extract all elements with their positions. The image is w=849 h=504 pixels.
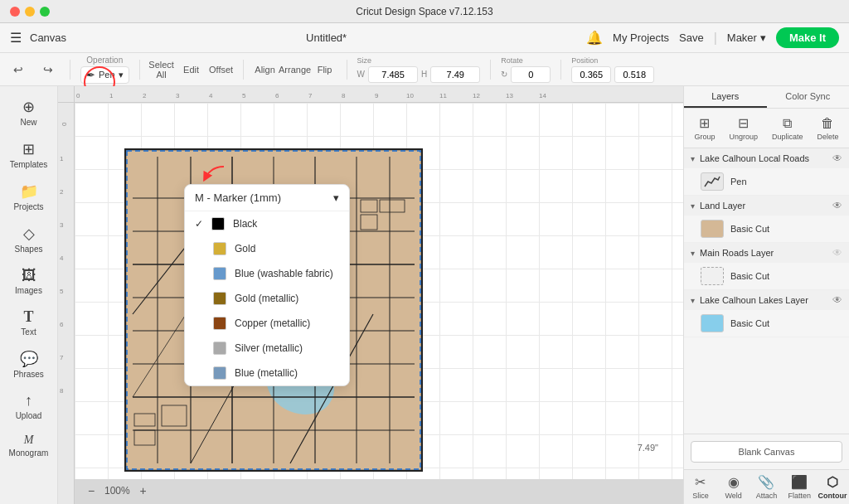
layer-item-land-cut[interactable]: Basic Cut [684, 216, 849, 242]
make-it-button[interactable]: Make It [776, 27, 839, 48]
sidebar-new-label: New [20, 118, 36, 127]
color-dropdown[interactable]: M - Marker (1mm) ▾ ✓ Black Gold Blue (wa… [184, 184, 350, 386]
ruler-top: 0 1 2 3 4 5 6 7 8 9 10 11 12 13 14 [75, 86, 683, 103]
height-input[interactable]: 7.49 [430, 66, 480, 83]
size-inputs: W 7.485 H 7.49 [357, 66, 481, 83]
dropdown-item-black[interactable]: ✓ Black [185, 211, 349, 236]
sidebar-item-monogram[interactable]: M Monogram [4, 429, 54, 463]
sidebar-item-shapes[interactable]: ◇ Shapes [4, 220, 54, 259]
layer-item-main-roads-cut[interactable]: Basic Cut [684, 263, 849, 289]
layer-group-header-lakes[interactable]: ▾ Lake Calhoun Lakes Layer 👁 [684, 290, 849, 310]
layer-group-header-local-roads[interactable]: ▾ Lake Calhoun Local Roads 👁 [684, 148, 849, 168]
slice-tool[interactable]: ✂ Slice [684, 470, 717, 504]
dropdown-item-gold-metallic[interactable]: Gold (metallic) [185, 286, 349, 311]
hamburger-icon[interactable]: ☰ [10, 30, 22, 46]
flip-button[interactable]: Flip [313, 58, 337, 81]
notifications-icon[interactable]: 🔔 [586, 30, 603, 46]
sidebar-item-upload[interactable]: ↑ Upload [4, 387, 54, 425]
flatten-tool[interactable]: ⬛ Flatten [783, 470, 816, 504]
edit-button[interactable]: Edit [180, 58, 203, 81]
eye-icon-land[interactable]: 👁 [832, 200, 842, 211]
redo-button[interactable]: ↪ [36, 58, 60, 81]
chevron-down-icon: ▾ [333, 191, 339, 204]
arrange-button[interactable]: Arrange [284, 58, 307, 81]
maximize-button[interactable] [40, 7, 50, 17]
layer-item-lakes-cut[interactable]: Basic Cut [684, 310, 849, 337]
group-label: Group [694, 133, 715, 141]
minimize-button[interactable] [25, 7, 35, 17]
duplicate-label: Duplicate [772, 133, 803, 141]
sidebar-item-projects[interactable]: 📁 Projects [4, 177, 54, 216]
align-button[interactable]: Align [254, 58, 277, 81]
svg-text:7: 7 [60, 354, 64, 361]
sidebar-item-text[interactable]: T Text [4, 303, 54, 342]
dropdown-item-blue-washable[interactable]: Blue (washable fabric) [185, 261, 349, 286]
sidebar-item-new[interactable]: ⊕ New [4, 93, 54, 132]
ruler-left: 0 1 2 3 4 5 6 7 8 [58, 103, 75, 504]
dropdown-item-copper-metallic[interactable]: Copper (metallic) [185, 311, 349, 336]
dropdown-item-blue-metallic[interactable]: Blue (metallic) [185, 361, 349, 385]
left-sidebar: ⊕ New ⊞ Templates 📁 Projects ◇ Shapes 🖼 … [0, 86, 58, 504]
save-button[interactable]: Save [679, 32, 704, 44]
y-input[interactable]: 0.518 [614, 66, 654, 83]
duplicate-button[interactable]: ⧉ Duplicate [767, 114, 808, 143]
rotate-input[interactable]: 0 [511, 66, 551, 83]
zoom-in-button[interactable]: + [135, 482, 152, 499]
sidebar-item-phrases[interactable]: 💬 Phrases [4, 345, 54, 384]
layer-group-header-land[interactable]: ▾ Land Layer 👁 [684, 196, 849, 216]
contour-tool[interactable]: ⬡ Contour [816, 470, 849, 504]
blank-canvas-button[interactable]: Blank Canvas [691, 441, 842, 463]
images-icon: 🖼 [22, 267, 36, 284]
x-input[interactable]: 0.365 [571, 66, 611, 83]
layer-group-main-roads: ▾ Main Roads Layer 👁 Basic Cut [684, 243, 849, 290]
color-swatch-gold [213, 242, 226, 255]
select-all-button[interactable]: Select All [150, 58, 173, 81]
tab-color-sync[interactable]: Color Sync [767, 86, 850, 108]
undo-button[interactable]: ↩ [7, 58, 30, 81]
maker-button[interactable]: Maker ▾ [727, 32, 766, 44]
width-input[interactable]: 7.485 [368, 66, 418, 83]
slice-icon: ✂ [695, 474, 706, 490]
ungroup-button[interactable]: ⊟ Ungroup [724, 114, 763, 143]
sidebar-item-templates[interactable]: ⊞ Templates [4, 135, 54, 174]
size-label: 7.49" [638, 443, 658, 453]
title-bar: Cricut Design Space v7.12.153 [0, 0, 849, 23]
eye-icon-main-roads[interactable]: 👁 [832, 247, 842, 259]
delete-button[interactable]: 🗑 Delete [812, 114, 843, 143]
close-button[interactable] [10, 7, 20, 17]
attach-tool[interactable]: 📎 Attach [750, 470, 784, 504]
secondary-toolbar: ↩ ↪ Operation ✒ Pen ▾ Select All Edit Of… [0, 53, 849, 86]
text-icon: T [23, 308, 33, 326]
chevron-down-icon: ▾ [691, 249, 695, 258]
sidebar-images-label: Images [15, 286, 42, 295]
color-swatch-blue-metallic [213, 366, 226, 380]
layer-group-title-land: Land Layer [700, 201, 827, 211]
dropdown-item-label-copper-metallic: Copper (metallic) [235, 317, 310, 329]
svg-text:10: 10 [406, 92, 414, 99]
weld-label: Weld [725, 492, 742, 500]
canvas-area[interactable]: 0 1 2 3 4 5 6 7 8 9 10 11 12 13 14 [58, 86, 683, 504]
app-title: Cricut Design Space v7.12.153 [356, 6, 492, 17]
eye-icon-local-roads[interactable]: 👁 [832, 153, 842, 164]
eye-icon-lakes[interactable]: 👁 [832, 294, 842, 306]
layer-item-main-roads-cut-label: Basic Cut [730, 271, 769, 281]
layer-thumb-pen [701, 172, 724, 191]
tab-layers[interactable]: Layers [684, 86, 767, 108]
my-projects-button[interactable]: My Projects [613, 32, 669, 44]
layer-item-pen[interactable]: Pen [684, 168, 849, 195]
group-button[interactable]: ⊞ Group [689, 114, 720, 143]
dropdown-header: M - Marker (1mm) ▾ [185, 185, 349, 211]
slice-label: Slice [692, 492, 709, 500]
sidebar-item-images[interactable]: 🖼 Images [4, 262, 54, 300]
phrases-icon: 💬 [20, 350, 38, 368]
dropdown-item-gold[interactable]: Gold [185, 236, 349, 261]
weld-tool[interactable]: ◉ Weld [717, 470, 750, 504]
dropdown-item-silver-metallic[interactable]: Silver (metallic) [185, 336, 349, 361]
layer-group-header-main-roads[interactable]: ▾ Main Roads Layer 👁 [684, 243, 849, 263]
offset-button[interactable]: Offset [210, 58, 233, 81]
toolbar-left: ☰ Canvas [10, 30, 66, 46]
zoom-out-button[interactable]: − [83, 482, 99, 499]
canvas-grid[interactable]: 7.49" [75, 103, 683, 479]
operation-dropdown[interactable]: ✒ Pen ▾ [80, 66, 129, 84]
svg-text:0: 0 [76, 92, 80, 99]
